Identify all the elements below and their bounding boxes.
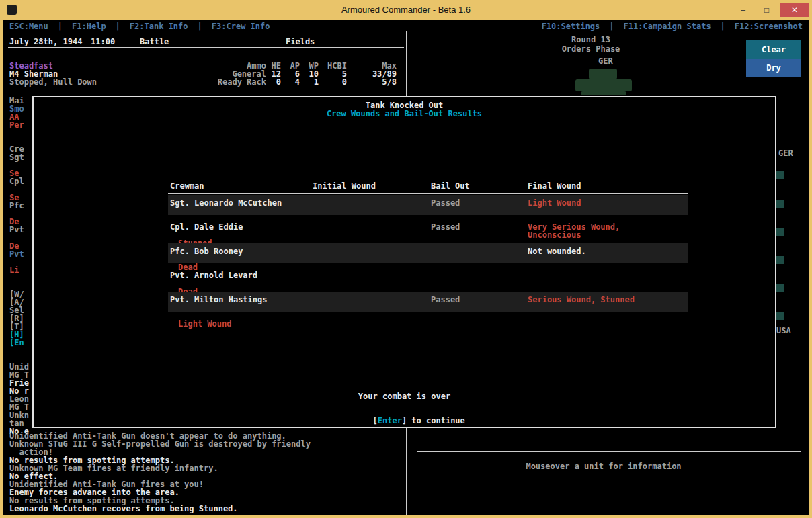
- campaign-date: July 28th, 1944: [9, 38, 82, 46]
- tank-silhouette-hull: [575, 79, 632, 91]
- bail-out-result: Passed: [431, 199, 460, 207]
- sidebar-fragment: Pfc: [9, 202, 24, 210]
- campaign-time: 11:00: [91, 38, 115, 46]
- mouseover-hint: Mouseover a unit for information: [406, 462, 801, 470]
- col-header-crewman: Crewman: [170, 182, 204, 190]
- map-edge-label-ger: GER: [778, 149, 793, 157]
- app-window: Armoured Commander - Beta 1.6 – □ ✕ ESC:…: [0, 0, 812, 518]
- tank-silhouette-turret: [589, 69, 617, 79]
- game-screen: ESC:Menu | F1:Help | F2:Tank Info | F3:C…: [3, 20, 809, 515]
- menu-item-f12-screenshot[interactable]: F12:Screenshot: [735, 21, 803, 31]
- menu-separator: |: [721, 21, 725, 31]
- menu-left: ESC:Menu | F1:Help | F2:Tank Info | F3:C…: [9, 21, 270, 31]
- menu-item-esc-menu[interactable]: ESC:Menu: [9, 21, 48, 31]
- menu-item-f2-tank-info[interactable]: F2:Tank Info: [130, 21, 188, 31]
- log-line: Leonardo McCutchen recovers from being S…: [9, 505, 238, 513]
- continue-bracket-open: [: [373, 416, 378, 425]
- unit-marker[interactable]: [776, 200, 784, 208]
- sidebar-fragment: Sgt: [9, 153, 24, 161]
- sidebar-fragment: Li: [9, 266, 19, 274]
- bail-out-result: Passed: [431, 223, 460, 231]
- ammo-ready-max: 5/8: [356, 78, 397, 86]
- close-button[interactable]: ✕: [780, 3, 809, 17]
- round-number: Round 13: [534, 36, 648, 44]
- window-title: Armoured Commander - Beta 1.6: [0, 0, 812, 20]
- enemy-nation-label: GER: [598, 57, 613, 65]
- menu-item-f11-campaign-stats[interactable]: F11:Campaign Stats: [624, 21, 711, 31]
- bail-out-result: Passed: [431, 296, 460, 304]
- maximize-button[interactable]: □: [757, 3, 776, 17]
- titlebar[interactable]: Armoured Commander - Beta 1.6 – □ ✕: [0, 0, 812, 20]
- weather-sky-indicator: Clear: [746, 40, 801, 59]
- menu-separator: |: [116, 21, 120, 31]
- crew-row-highlight: [168, 243, 688, 263]
- encounter-mode: Battle: [140, 38, 169, 46]
- terrain-label: Fields: [286, 38, 315, 46]
- final-wound: Light Wound: [528, 199, 581, 207]
- col-header-final-wound: Final Wound: [528, 182, 581, 190]
- tank-silhouette-tracks: [581, 91, 626, 95]
- window-controls: – □ ✕: [733, 3, 809, 17]
- unit-marker[interactable]: [776, 171, 784, 179]
- continue-suffix: ] to continue: [402, 416, 465, 425]
- unit-marker[interactable]: [776, 284, 784, 292]
- ammo-general-hcbi: 5: [307, 70, 347, 78]
- map-edge-label-usa: USA: [776, 327, 791, 335]
- crewman-name: Pvt. Arnold Levard: [170, 271, 257, 279]
- minimize-button[interactable]: –: [733, 3, 753, 17]
- menu-separator: |: [58, 21, 63, 31]
- sidebar-fragment: Cpl: [9, 177, 24, 185]
- dialog-subtitle: Crew Wounds and Bail-Out Results: [32, 110, 776, 118]
- menu-separator: |: [609, 21, 614, 31]
- sidebar-fragment: Pvt: [9, 250, 24, 258]
- ammo-ready-hcbi: 0: [307, 78, 347, 86]
- final-wound: Serious Wound, Stunned: [528, 296, 635, 304]
- enter-key-label: Enter: [378, 416, 402, 425]
- info-panel-rule: [417, 451, 801, 452]
- table-header-rule: [168, 193, 688, 194]
- weather-ground-indicator: Dry: [746, 59, 801, 77]
- unit-marker[interactable]: [776, 312, 784, 320]
- tank-movement-state: Stopped, Hull Down: [9, 78, 97, 86]
- col-header-bail-out: Bail Out: [431, 182, 470, 190]
- menu-item-f10-settings[interactable]: F10:Settings: [542, 21, 600, 31]
- sidebar-fragment: [En: [9, 339, 24, 347]
- phase-label: Orders Phase: [534, 45, 648, 53]
- combat-over-message: Your combat is over: [32, 392, 776, 400]
- crewman-name: Cpl. Dale Eddie: [170, 223, 243, 231]
- menu-item-f3-crew-info[interactable]: F3:Crew Info: [212, 21, 270, 31]
- sidebar-fragment: Per: [9, 121, 24, 129]
- crewman-name: Sgt. Leonardo McCutchen: [170, 199, 282, 207]
- continue-prompt[interactable]: [Enter] to continue: [32, 408, 776, 433]
- crewman-name: Pvt. Milton Hastings: [170, 296, 268, 304]
- final-wound: Not wounded.: [528, 247, 586, 255]
- menu-separator: |: [198, 21, 202, 31]
- unit-marker[interactable]: [776, 256, 784, 264]
- menu-right: F10:Settings | F11:Campaign Stats | F12:…: [542, 21, 803, 31]
- header-divider: [8, 47, 404, 48]
- crewman-status: Light Wound: [178, 320, 231, 328]
- final-wound-line2: Unconscious: [528, 231, 581, 239]
- crewman-name: Pfc. Bob Rooney: [170, 247, 243, 255]
- col-header-initial-wound: Initial Wound: [313, 182, 376, 190]
- log-line: Unknown STuG III G Self-propelled Gun is…: [9, 440, 311, 448]
- sidebar-fragment: Pvt: [9, 226, 24, 234]
- unit-marker[interactable]: [776, 228, 784, 236]
- menu-item-f1-help[interactable]: F1:Help: [72, 21, 106, 31]
- menu-bar: ESC:Menu | F1:Help | F2:Tank Info | F3:C…: [3, 20, 809, 32]
